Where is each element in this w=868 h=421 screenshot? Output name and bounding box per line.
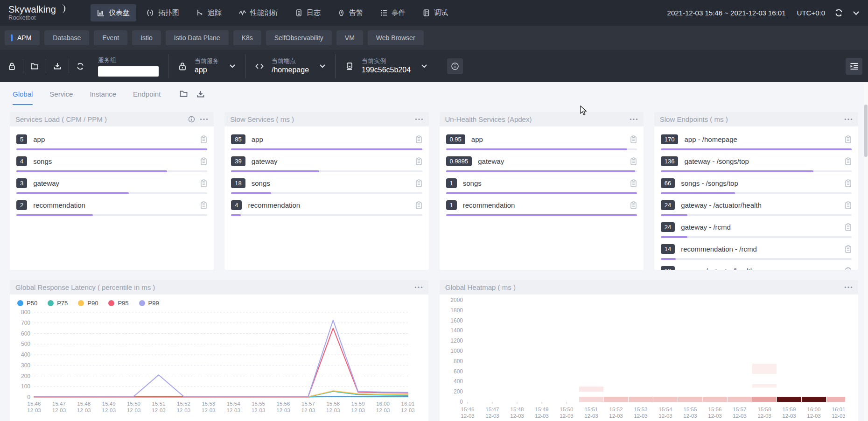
item-label: app bbox=[471, 135, 624, 143]
dashboard-tab-apm[interactable]: APM bbox=[5, 30, 40, 45]
svg-text:15:55: 15:55 bbox=[252, 401, 265, 407]
info-icon[interactable] bbox=[447, 58, 463, 74]
nav-item-dashboard[interactable]: 仪表盘 bbox=[91, 4, 136, 21]
legend-item-p99[interactable]: P99 bbox=[139, 300, 159, 307]
panel-title: Slow Endpoints ( ms ) bbox=[660, 115, 728, 123]
folder-icon[interactable] bbox=[179, 90, 188, 98]
dashboard-tab-event[interactable]: Event bbox=[94, 30, 127, 45]
copy-icon[interactable] bbox=[200, 135, 207, 143]
service-group-input[interactable] bbox=[98, 66, 159, 77]
app-logo[interactable]: Skywalking Rocketbot bbox=[8, 5, 66, 21]
nav-item-log[interactable]: 日志 bbox=[288, 4, 327, 21]
dashboard-tab-k8s[interactable]: K8s bbox=[233, 30, 261, 45]
nav-item-alarm[interactable]: 告警 bbox=[331, 4, 370, 21]
copy-icon[interactable] bbox=[415, 179, 422, 187]
selector-lock[interactable]: 当前服务app bbox=[168, 54, 245, 78]
copy-icon[interactable] bbox=[630, 135, 637, 143]
more-icon[interactable] bbox=[844, 118, 853, 120]
copy-icon[interactable] bbox=[630, 201, 637, 209]
item-label: app bbox=[33, 135, 194, 143]
dashboard-tab-vm[interactable]: VM bbox=[336, 30, 363, 45]
more-icon[interactable] bbox=[200, 118, 208, 120]
selector-text: 当前服务app bbox=[195, 57, 219, 74]
nav-item-topology[interactable]: 拓扑图 bbox=[140, 4, 186, 21]
download-icon[interactable] bbox=[196, 90, 205, 98]
legend-item-p90[interactable]: P90 bbox=[78, 300, 98, 307]
tab-global[interactable]: Global bbox=[13, 83, 33, 105]
value-badge: 13 bbox=[661, 266, 675, 270]
more-icon[interactable] bbox=[630, 118, 638, 120]
copy-icon[interactable] bbox=[200, 157, 207, 165]
chevron-down-icon[interactable] bbox=[853, 11, 860, 15]
nav-item-label: 日志 bbox=[307, 8, 321, 17]
collapse-panel-icon[interactable] bbox=[846, 58, 862, 75]
dashboard-tab-database[interactable]: Database bbox=[44, 30, 89, 45]
list-item: 5app bbox=[16, 133, 207, 150]
panel-title: Global Response Latency ( percentile in … bbox=[15, 283, 155, 291]
copy-icon[interactable] bbox=[200, 179, 207, 187]
svg-text:200: 200 bbox=[21, 373, 30, 379]
selector-code[interactable]: 当前端点/homepage bbox=[245, 54, 335, 78]
copy-icon[interactable] bbox=[845, 245, 852, 253]
list-item: 24gateway - /actuator/health bbox=[661, 199, 852, 216]
legend-label: P75 bbox=[57, 300, 68, 307]
page-scrollbar[interactable] bbox=[864, 83, 868, 421]
copy-icon[interactable] bbox=[415, 135, 422, 143]
nav-item-event[interactable]: 事件 bbox=[373, 4, 412, 21]
dashboard-tab-istio-data-plane[interactable]: Istio Data Plane bbox=[166, 30, 229, 45]
progress-fill bbox=[661, 148, 852, 150]
timezone[interactable]: UTC+0:0 bbox=[797, 9, 825, 17]
copy-icon[interactable] bbox=[415, 201, 422, 209]
copy-icon[interactable] bbox=[845, 179, 852, 187]
time-range[interactable]: 2021-12-03 15:46 ~ 2021-12-03 16:01 bbox=[667, 9, 786, 17]
nav-item-profile[interactable]: 性能剖析 bbox=[232, 4, 285, 21]
nav-item-trace[interactable]: 追踪 bbox=[189, 4, 228, 21]
svg-text:15:54: 15:54 bbox=[659, 407, 672, 412]
more-icon[interactable] bbox=[415, 118, 423, 120]
dashboard-tab-istio[interactable]: Istio bbox=[132, 30, 161, 45]
copy-icon[interactable] bbox=[200, 201, 207, 209]
progress-track bbox=[16, 192, 207, 194]
nav-item-debug[interactable]: 调试 bbox=[416, 4, 455, 21]
legend-item-p75[interactable]: P75 bbox=[48, 300, 68, 307]
dashboard-tab-web-browser[interactable]: Web Browser bbox=[368, 30, 424, 45]
copy-icon[interactable] bbox=[630, 157, 637, 165]
legend-item-p50[interactable]: P50 bbox=[17, 300, 37, 307]
copy-icon[interactable] bbox=[845, 201, 852, 209]
progress-fill bbox=[231, 148, 422, 150]
progress-track bbox=[231, 148, 422, 150]
copy-icon[interactable] bbox=[845, 135, 852, 143]
more-icon[interactable] bbox=[414, 286, 423, 288]
refresh-tool-icon[interactable] bbox=[69, 59, 91, 73]
item-label: songs - /actuator/health bbox=[681, 267, 839, 270]
tab-endpoint[interactable]: Endpoint bbox=[133, 83, 161, 105]
lock-tool-icon[interactable] bbox=[0, 59, 23, 73]
selector-instance[interactable]: 当前实例199c56c5b204 bbox=[335, 54, 437, 78]
copy-icon[interactable] bbox=[415, 157, 422, 165]
list-item: 1songs bbox=[446, 177, 637, 194]
progress-fill bbox=[231, 214, 240, 216]
copy-icon[interactable] bbox=[630, 179, 637, 187]
svg-text:15:51: 15:51 bbox=[585, 407, 598, 412]
progress-track bbox=[661, 192, 852, 194]
value-badge: 24 bbox=[661, 200, 675, 210]
info-icon[interactable] bbox=[188, 116, 195, 123]
dashboard-tab-selfobservability[interactable]: SelfObservability bbox=[266, 30, 332, 45]
tab-service[interactable]: Service bbox=[49, 83, 73, 105]
legend-item-p95[interactable]: P95 bbox=[108, 300, 128, 307]
copy-icon[interactable] bbox=[845, 267, 852, 270]
topology-icon bbox=[147, 9, 154, 17]
download-tool-icon[interactable] bbox=[46, 59, 69, 73]
svg-text:12-03: 12-03 bbox=[127, 407, 140, 413]
tab-instance[interactable]: Instance bbox=[90, 83, 116, 105]
svg-text:12-03: 12-03 bbox=[461, 413, 474, 419]
scrollbar-thumb[interactable] bbox=[864, 105, 868, 157]
panel-slow-services: Slow Services ( ms )85app39gateway18song… bbox=[224, 112, 428, 270]
moon-icon bbox=[57, 4, 66, 14]
folder-tool-icon[interactable] bbox=[23, 59, 46, 73]
dashboard-tabs: APMDatabaseEventIstioIstio Data PlaneK8s… bbox=[0, 26, 868, 50]
refresh-icon[interactable] bbox=[834, 8, 843, 17]
copy-icon[interactable] bbox=[845, 157, 852, 165]
copy-icon[interactable] bbox=[845, 223, 852, 231]
more-icon[interactable] bbox=[844, 286, 853, 288]
